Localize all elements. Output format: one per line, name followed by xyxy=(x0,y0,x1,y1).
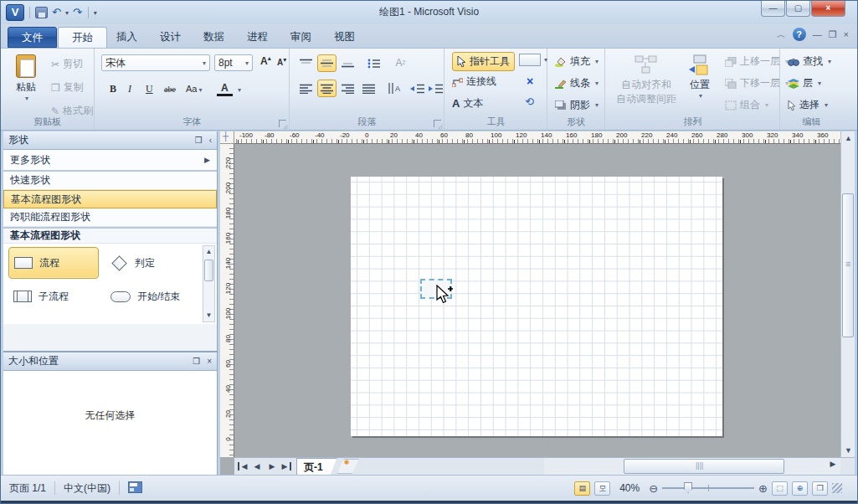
zoom-slider[interactable] xyxy=(662,482,754,494)
horizontal-scroll-thumb[interactable] xyxy=(624,459,784,474)
text-direction-button[interactable]: A xyxy=(384,80,403,97)
font-color-dropdown-icon[interactable]: ▾ xyxy=(238,86,241,94)
horizontal-scrollbar[interactable]: ▶ xyxy=(544,458,840,475)
tab-view[interactable]: 视图 xyxy=(321,27,368,48)
doc-close-icon[interactable]: × xyxy=(844,29,849,39)
close-button[interactable]: × xyxy=(811,1,845,17)
paragraph-dialog-launcher-icon[interactable] xyxy=(434,120,441,127)
bullets-button[interactable] xyxy=(364,54,383,72)
copy-button[interactable]: ❐复制 xyxy=(48,79,96,96)
strikethrough-button[interactable]: abe xyxy=(160,84,180,95)
pointer-tool-button[interactable]: 指针工具 xyxy=(452,52,515,71)
fit-page-button[interactable]: ⬚ xyxy=(772,481,788,496)
cross-functional-item[interactable]: 跨职能流程图形状 xyxy=(3,208,217,227)
cut-button[interactable]: ✂剪切 xyxy=(48,55,96,73)
help-icon[interactable]: ? xyxy=(793,28,806,41)
stencil-shape-decision[interactable]: 判定 xyxy=(105,247,196,279)
rectangle-tool-button[interactable]: ▾ xyxy=(519,54,547,66)
align-top-button[interactable] xyxy=(296,54,316,72)
prev-page-icon[interactable]: ◀ xyxy=(249,462,265,471)
panel-restore-icon[interactable]: ❒ xyxy=(193,357,200,366)
tab-home[interactable]: 开始 xyxy=(58,27,107,48)
font-size-select[interactable]: 8pt▾ xyxy=(214,54,253,71)
increase-indent-button[interactable] xyxy=(426,80,445,97)
scroll-down-icon[interactable]: ▼ xyxy=(203,310,214,321)
stencil-scrollbar[interactable]: ▲ ▼ xyxy=(203,245,215,322)
tab-review[interactable]: 审阅 xyxy=(277,27,325,48)
more-shapes-item[interactable]: 更多形状▶ xyxy=(3,150,217,172)
quick-shapes-item[interactable]: 快速形状 xyxy=(3,172,217,190)
italic-button[interactable]: I xyxy=(124,82,136,96)
doc-restore-icon[interactable]: ❐ xyxy=(829,29,837,40)
pan-zoom-window-button[interactable]: ❒ xyxy=(812,481,828,496)
chevron-down-icon[interactable]: ▾ xyxy=(203,59,206,67)
first-page-icon[interactable]: ◀ xyxy=(238,462,249,471)
chevron-down-icon[interactable]: ▾ xyxy=(245,59,249,67)
zoom-out-icon[interactable]: ⊖ xyxy=(649,482,658,495)
scroll-down-icon[interactable]: ▼ xyxy=(841,444,855,457)
connector-tool-button[interactable]: 连接线 xyxy=(452,75,496,89)
bold-button[interactable]: B xyxy=(105,82,121,96)
vertical-scrollbar[interactable]: ▲ ▼ xyxy=(840,131,855,457)
basic-flowchart-item[interactable]: 基本流程图形状 xyxy=(3,190,217,208)
underline-button[interactable]: U xyxy=(141,82,157,96)
panel-close-icon[interactable]: × xyxy=(207,357,212,366)
zoom-slider-thumb[interactable] xyxy=(684,482,692,493)
font-color-button[interactable]: A xyxy=(217,81,233,96)
stencil-shape-start-end[interactable]: 开始/结束 xyxy=(105,280,196,312)
tab-data[interactable]: 数据 xyxy=(190,27,238,48)
scroll-up-icon[interactable]: ▲ xyxy=(841,131,855,145)
stencil-shape-process[interactable]: 流程 xyxy=(8,247,99,279)
shrink-font-button[interactable]: A▾ xyxy=(273,55,290,68)
paste-dropdown-icon[interactable]: ▾ xyxy=(9,95,44,102)
stencil-shape-subprocess[interactable]: 子流程 xyxy=(8,280,99,312)
collapse-ribbon-icon[interactable]: ︿ xyxy=(777,28,786,41)
maximize-button[interactable]: ▢ xyxy=(786,1,810,17)
insert-page-button[interactable] xyxy=(337,459,359,474)
select-button[interactable]: 选择▾ xyxy=(784,96,831,114)
normal-view-button[interactable]: ▤ xyxy=(574,481,590,496)
align-right-button[interactable] xyxy=(338,80,357,97)
connection-point-tool-button[interactable]: × xyxy=(527,75,533,88)
align-middle-button[interactable] xyxy=(317,54,337,72)
decrease-indent-button[interactable] xyxy=(408,80,427,97)
align-left-button[interactable] xyxy=(296,80,316,97)
zoom-window-button[interactable]: ⊕ xyxy=(792,481,808,496)
rotate-text-icon[interactable]: ⟲ xyxy=(525,95,534,108)
font-name-select[interactable]: 宋体▾ xyxy=(101,54,210,71)
last-page-icon[interactable]: ▶ xyxy=(280,462,291,471)
fullscreen-view-button[interactable]: 모 xyxy=(594,481,610,496)
next-page-icon[interactable]: ▶ xyxy=(265,462,280,471)
text-tool-button[interactable]: A 文本 xyxy=(452,96,483,111)
status-page-indicator[interactable]: 页面 1/1 xyxy=(1,480,54,496)
auto-align-button[interactable]: 自动对齐和 自动调整间距 xyxy=(613,53,680,106)
change-case-button[interactable]: Aa▾ xyxy=(182,83,206,95)
scroll-right-icon[interactable]: ▶ xyxy=(825,460,840,468)
group-button[interactable]: 组合▾ xyxy=(722,96,772,114)
panel-restore-icon[interactable]: ❒ xyxy=(195,136,203,145)
vertical-scroll-thumb[interactable] xyxy=(842,193,854,337)
tab-process[interactable]: 进程 xyxy=(234,27,281,48)
character-spacing-button[interactable]: A2 xyxy=(391,54,410,71)
doc-minimize-icon[interactable]: — xyxy=(813,29,822,39)
resize-grip[interactable] xyxy=(832,483,842,493)
status-language[interactable]: 中文(中国) xyxy=(55,480,119,496)
shadow-button[interactable]: 阴影▾ xyxy=(552,96,602,114)
justify-button[interactable] xyxy=(359,80,378,97)
font-dialog-launcher-icon[interactable] xyxy=(279,120,286,127)
stencil-scroll-thumb[interactable] xyxy=(204,260,213,281)
paste-button[interactable]: 粘贴 ▾ xyxy=(8,53,44,121)
page-tab-active[interactable]: 页-1 xyxy=(296,458,337,475)
macro-recording-icon[interactable] xyxy=(120,480,151,496)
find-button[interactable]: 查找▾ xyxy=(784,53,835,70)
line-button[interactable]: 线条▾ xyxy=(552,75,602,92)
fill-button[interactable]: 填充▾ xyxy=(552,53,602,70)
drawing-area[interactable] xyxy=(234,144,840,457)
align-bottom-button[interactable] xyxy=(338,54,357,72)
panel-collapse-icon[interactable]: ‹ xyxy=(209,136,212,145)
position-button[interactable]: 位置 ▾ xyxy=(683,53,717,100)
drawing-page[interactable] xyxy=(351,177,722,436)
tab-file[interactable]: 文件 xyxy=(8,27,57,48)
minimize-button[interactable]: — xyxy=(761,1,785,17)
align-center-button[interactable] xyxy=(317,80,337,97)
